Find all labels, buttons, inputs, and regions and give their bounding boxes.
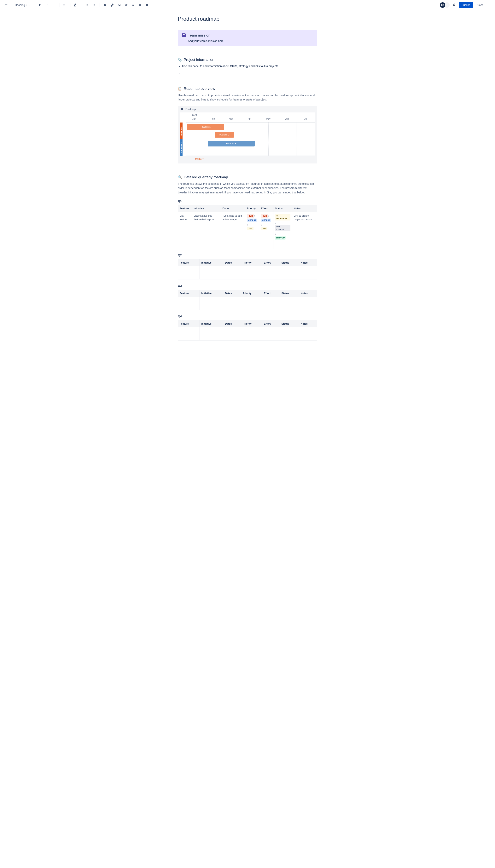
track-initiative-1: Feature 1 Feature 2 bbox=[186, 123, 315, 139]
italic-button[interactable]: I bbox=[44, 2, 50, 8]
page-icon bbox=[181, 108, 183, 110]
svg-point-5 bbox=[133, 5, 134, 5]
lane-initiative-2[interactable]: Initiative 2 bbox=[180, 139, 183, 156]
cell-status[interactable]: IN PROGRESS/ NOT STARTED/ SHIPPED bbox=[273, 212, 292, 242]
q4-heading[interactable]: Q4 bbox=[178, 315, 317, 318]
cell-priority[interactable]: HIGH/ MEDIUM/ LOW bbox=[245, 212, 259, 242]
list-item: Use this panel to add information about … bbox=[182, 64, 317, 68]
cell-dates[interactable]: Type /date to add a date range bbox=[221, 212, 245, 242]
track-initiative-2: Feature 3 bbox=[186, 139, 315, 156]
q2-heading[interactable]: Q2 bbox=[178, 253, 317, 257]
text-style-label: Heading 2 bbox=[15, 3, 27, 6]
user-avatar[interactable]: CK bbox=[440, 2, 445, 8]
q1-heading[interactable]: Q1 bbox=[178, 199, 317, 202]
separator bbox=[82, 3, 82, 7]
panel-title: Team mission bbox=[188, 33, 210, 37]
project-info-list[interactable]: Use this panel to add information about … bbox=[178, 64, 317, 75]
table-row-empty bbox=[178, 266, 317, 273]
clipboard-icon: 📋 bbox=[178, 87, 182, 91]
svg-rect-6 bbox=[139, 4, 141, 6]
month-jul: Jul bbox=[304, 118, 307, 120]
bold-button[interactable]: B bbox=[37, 2, 43, 8]
table-row: List feature List initiative that featur… bbox=[178, 212, 317, 242]
month-jun: Jun bbox=[285, 118, 289, 120]
table-row-empty bbox=[178, 273, 317, 279]
lane-initiative-1[interactable]: Initiative 1 bbox=[180, 123, 183, 139]
col-dates: Dates bbox=[221, 205, 245, 212]
project-info-heading[interactable]: 📎 Project information bbox=[178, 57, 317, 62]
q3-table[interactable]: FeatureInitiativeDates PriorityEffortSta… bbox=[178, 290, 317, 310]
mention-button[interactable]: @ bbox=[123, 2, 129, 8]
roadmap-macro[interactable]: Roadmap 2020 Jan Feb Mar Apr May Jun Jul… bbox=[178, 106, 317, 163]
bullet-list-button[interactable] bbox=[84, 2, 90, 8]
svg-point-3 bbox=[132, 4, 134, 6]
numbered-list-button[interactable] bbox=[91, 2, 97, 8]
link-button[interactable] bbox=[109, 2, 115, 8]
month-apr: Apr bbox=[248, 118, 251, 120]
paperclip-icon: 📎 bbox=[178, 58, 182, 61]
table-button[interactable] bbox=[137, 2, 143, 8]
svg-rect-8 bbox=[147, 4, 148, 6]
roadmap-card-title: Roadmap bbox=[185, 108, 196, 110]
text-color-button[interactable]: A bbox=[73, 2, 79, 8]
align-button[interactable] bbox=[62, 2, 68, 8]
q1-table[interactable]: Feature Initiative Dates Priority Effort… bbox=[178, 205, 317, 249]
marker-line bbox=[200, 123, 200, 156]
emoji-button[interactable] bbox=[130, 2, 136, 8]
marker-label: Marker 1 bbox=[195, 158, 204, 160]
insert-button[interactable]: + bbox=[151, 2, 157, 8]
more-formatting-button[interactable]: ··· bbox=[51, 2, 57, 8]
svg-point-4 bbox=[133, 5, 133, 5]
panel-body: Add your team's mission here. bbox=[182, 39, 314, 42]
separator bbox=[59, 3, 60, 7]
confluence-logo-icon bbox=[4, 2, 8, 8]
roadmap-overview-heading[interactable]: 📋 Roadmap overview bbox=[178, 87, 317, 91]
table-row-empty bbox=[178, 242, 317, 249]
cell-notes[interactable]: Link to project pages and epics bbox=[292, 212, 317, 242]
more-menu-button[interactable]: ··· bbox=[487, 2, 491, 7]
col-notes: Notes bbox=[292, 205, 317, 212]
timeline-header: 2020 Jan Feb Mar Apr May Jun Jul bbox=[186, 112, 315, 123]
col-initiative: Initiative bbox=[192, 205, 221, 212]
action-item-button[interactable] bbox=[102, 2, 108, 8]
month-feb: Feb bbox=[211, 118, 215, 120]
list-item-empty bbox=[182, 71, 317, 75]
page-title[interactable]: Product roadmap bbox=[178, 16, 317, 22]
year-label: 2020 bbox=[192, 114, 197, 116]
svg-rect-7 bbox=[146, 4, 147, 6]
publish-button[interactable]: Publish bbox=[459, 2, 473, 8]
team-mission-panel[interactable]: ☰ Team mission Add your team's mission h… bbox=[178, 30, 317, 46]
month-jan: Jan bbox=[192, 118, 196, 120]
q3-heading[interactable]: Q3 bbox=[178, 284, 317, 287]
roadmap-overview-body[interactable]: Use this roadmap macro to provide a visu… bbox=[178, 93, 317, 102]
cell-initiative[interactable]: List initiative that feature belongs to bbox=[192, 212, 221, 242]
table-row-empty bbox=[178, 327, 317, 334]
close-button[interactable]: Close bbox=[475, 2, 485, 8]
magnifier-icon: 🔍 bbox=[178, 175, 182, 179]
cell-feature[interactable]: List feature bbox=[178, 212, 192, 242]
editor-toolbar: Heading 2 B I ··· A @ + CK + Publish Clo… bbox=[0, 0, 495, 10]
text-style-select[interactable]: Heading 2 bbox=[13, 3, 32, 7]
col-status: Status bbox=[273, 205, 292, 212]
q4-table[interactable]: FeatureInitiativeDates PriorityEffortSta… bbox=[178, 320, 317, 340]
cell-effort[interactable]: HIGH/ MEDIUM/ LOW bbox=[259, 212, 273, 242]
permissions-icon[interactable] bbox=[451, 2, 457, 8]
month-may: May bbox=[266, 118, 271, 120]
page-content: Product roadmap ☰ Team mission Add your … bbox=[174, 10, 321, 360]
table-row-empty bbox=[178, 334, 317, 340]
layouts-button[interactable] bbox=[144, 2, 150, 8]
note-panel-icon: ☰ bbox=[182, 33, 186, 37]
feature-bar-1[interactable]: Feature 1 bbox=[187, 124, 224, 130]
col-feature: Feature bbox=[178, 205, 192, 212]
detailed-roadmap-body[interactable]: The roadmap shows the sequence in which … bbox=[178, 182, 317, 195]
feature-bar-2[interactable]: Feature 2 bbox=[215, 132, 234, 138]
svg-point-2 bbox=[118, 4, 119, 5]
q2-table[interactable]: FeatureInitiativeDates PriorityEffortSta… bbox=[178, 259, 317, 279]
feature-bar-3[interactable]: Feature 3 bbox=[208, 141, 255, 146]
col-priority: Priority bbox=[245, 205, 259, 212]
month-mar: Mar bbox=[229, 118, 233, 120]
image-button[interactable] bbox=[116, 2, 122, 8]
detailed-roadmap-heading[interactable]: 🔍 Detailed quarterly roadmap bbox=[178, 175, 317, 179]
table-row-empty bbox=[178, 297, 317, 303]
chevron-down-icon bbox=[28, 4, 31, 6]
